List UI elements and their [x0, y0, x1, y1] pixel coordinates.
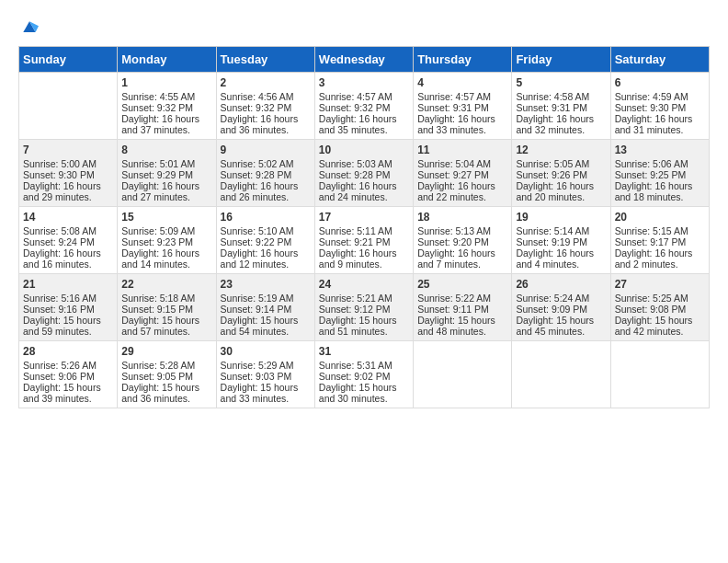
empty-cell: [512, 341, 610, 408]
day-info-line: Sunset: 9:16 PM: [23, 304, 113, 315]
day-info-line: Daylight: 15 hours: [516, 315, 606, 326]
day-number: 5: [516, 76, 606, 89]
day-number: 21: [23, 278, 113, 291]
day-number: 1: [121, 76, 211, 89]
day-info-line: Sunrise: 5:15 AM: [615, 225, 705, 236]
day-number: 2: [221, 76, 311, 89]
day-info-line: Sunset: 9:25 PM: [615, 169, 705, 180]
day-info-line: Sunset: 9:28 PM: [319, 169, 409, 180]
day-info-line: and 48 minutes.: [417, 326, 507, 337]
day-info-line: and 27 minutes.: [121, 191, 211, 202]
day-number: 30: [221, 345, 311, 358]
calendar-day-cell: 27Sunrise: 5:25 AMSunset: 9:08 PMDayligh…: [610, 274, 709, 341]
day-info-line: and 16 minutes.: [23, 259, 113, 270]
day-number: 10: [319, 144, 409, 156]
day-info-line: Sunrise: 4:57 AM: [417, 91, 507, 102]
day-info-line: Daylight: 16 hours: [221, 113, 311, 124]
day-info-line: Daylight: 16 hours: [221, 247, 311, 259]
day-info-line: Sunrise: 5:10 AM: [221, 225, 311, 236]
day-info-line: Sunrise: 5:09 AM: [121, 225, 211, 236]
day-info-line: Daylight: 16 hours: [615, 247, 705, 259]
day-info-line: Sunrise: 4:59 AM: [615, 91, 705, 102]
calendar-week-row: 7Sunrise: 5:00 AMSunset: 9:30 PMDaylight…: [19, 140, 710, 207]
calendar-day-cell: 16Sunrise: 5:10 AMSunset: 9:22 PMDayligh…: [216, 207, 314, 274]
day-info-line: Daylight: 15 hours: [319, 382, 409, 393]
logo-icon: [20, 18, 39, 37]
day-info-line: Sunset: 9:30 PM: [23, 169, 113, 180]
calendar-day-cell: 13Sunrise: 5:06 AMSunset: 9:25 PMDayligh…: [610, 140, 709, 207]
day-info-line: Sunset: 9:30 PM: [615, 102, 705, 113]
day-info-line: Daylight: 16 hours: [615, 113, 705, 124]
calendar-day-cell: 3Sunrise: 4:57 AMSunset: 9:32 PMDaylight…: [314, 73, 413, 140]
calendar-day-cell: 15Sunrise: 5:09 AMSunset: 9:23 PMDayligh…: [118, 207, 216, 274]
calendar-day-cell: 28Sunrise: 5:26 AMSunset: 9:06 PMDayligh…: [19, 341, 118, 408]
calendar-day-cell: 8Sunrise: 5:01 AMSunset: 9:29 PMDaylight…: [118, 140, 216, 207]
calendar-table: SundayMondayTuesdayWednesdayThursdayFrid…: [18, 46, 710, 408]
day-info-line: Sunrise: 4:56 AM: [221, 91, 311, 102]
calendar-day-cell: 23Sunrise: 5:19 AMSunset: 9:14 PMDayligh…: [216, 274, 314, 341]
day-info-line: Sunset: 9:17 PM: [615, 236, 705, 247]
calendar-day-cell: 24Sunrise: 5:21 AMSunset: 9:12 PMDayligh…: [314, 274, 413, 341]
day-info-line: Sunrise: 5:06 AM: [615, 158, 705, 169]
day-info-line: Sunrise: 5:14 AM: [516, 225, 606, 236]
day-info-line: Sunset: 9:31 PM: [417, 102, 507, 113]
day-info-line: Sunrise: 5:19 AM: [221, 293, 311, 304]
calendar-week-row: 21Sunrise: 5:16 AMSunset: 9:16 PMDayligh…: [19, 274, 710, 341]
calendar-day-cell: 21Sunrise: 5:16 AMSunset: 9:16 PMDayligh…: [19, 274, 118, 341]
day-info-line: and 33 minutes.: [417, 124, 507, 135]
day-number: 24: [319, 278, 409, 291]
day-info-line: and 59 minutes.: [23, 326, 113, 337]
day-info-line: Sunset: 9:31 PM: [516, 102, 606, 113]
day-info-line: Sunset: 9:29 PM: [121, 169, 211, 180]
day-info-line: Daylight: 16 hours: [23, 247, 113, 259]
day-number: 19: [516, 211, 606, 224]
day-number: 7: [23, 144, 113, 156]
day-info-line: Daylight: 16 hours: [516, 247, 606, 259]
day-info-line: Daylight: 16 hours: [221, 180, 311, 191]
day-info-line: Sunset: 9:32 PM: [319, 102, 409, 113]
day-info-line: and 36 minutes.: [221, 124, 311, 135]
day-info-line: Daylight: 15 hours: [23, 315, 113, 326]
day-info-line: and 32 minutes.: [516, 124, 606, 135]
calendar-day-cell: 1Sunrise: 4:55 AMSunset: 9:32 PMDaylight…: [118, 73, 216, 140]
day-number: 28: [23, 345, 113, 358]
calendar-body: 1Sunrise: 4:55 AMSunset: 9:32 PMDaylight…: [19, 73, 710, 408]
day-info-line: Sunrise: 5:05 AM: [516, 158, 606, 169]
day-number: 25: [417, 278, 507, 291]
day-info-line: Sunset: 9:24 PM: [23, 236, 113, 247]
day-info-line: and 12 minutes.: [221, 259, 311, 270]
calendar-day-cell: 12Sunrise: 5:05 AMSunset: 9:26 PMDayligh…: [512, 140, 610, 207]
day-number: 11: [417, 144, 507, 156]
calendar-day-cell: 30Sunrise: 5:29 AMSunset: 9:03 PMDayligh…: [216, 341, 314, 408]
day-info-line: Sunrise: 5:18 AM: [121, 293, 211, 304]
day-info-line: and 35 minutes.: [319, 124, 409, 135]
calendar-day-cell: 26Sunrise: 5:24 AMSunset: 9:09 PMDayligh…: [512, 274, 610, 341]
calendar-day-cell: 6Sunrise: 4:59 AMSunset: 9:30 PMDaylight…: [610, 73, 709, 140]
day-info-line: Sunrise: 5:00 AM: [23, 158, 113, 169]
day-number: 8: [121, 144, 211, 156]
calendar-weekday-tuesday: Tuesday: [216, 47, 314, 73]
calendar-day-cell: 29Sunrise: 5:28 AMSunset: 9:05 PMDayligh…: [118, 341, 216, 408]
day-info-line: Daylight: 16 hours: [121, 247, 211, 259]
calendar-day-cell: 19Sunrise: 5:14 AMSunset: 9:19 PMDayligh…: [512, 207, 610, 274]
calendar-day-cell: 22Sunrise: 5:18 AMSunset: 9:15 PMDayligh…: [118, 274, 216, 341]
day-info-line: Sunrise: 5:25 AM: [615, 293, 705, 304]
day-info-line: Sunrise: 5:02 AM: [221, 158, 311, 169]
day-info-line: Sunrise: 5:31 AM: [319, 360, 409, 371]
day-info-line: and 24 minutes.: [319, 191, 409, 202]
day-info-line: Sunrise: 5:22 AM: [417, 293, 507, 304]
day-info-line: Sunset: 9:32 PM: [221, 102, 311, 113]
day-info-line: Daylight: 16 hours: [516, 180, 606, 191]
day-info-line: Sunset: 9:27 PM: [417, 169, 507, 180]
day-number: 29: [121, 345, 211, 358]
day-info-line: and 2 minutes.: [615, 259, 705, 270]
day-info-line: and 54 minutes.: [221, 326, 311, 337]
day-info-line: Daylight: 15 hours: [23, 382, 113, 393]
day-info-line: Daylight: 15 hours: [121, 382, 211, 393]
day-info-line: Sunset: 9:06 PM: [23, 371, 113, 382]
day-info-line: Sunset: 9:02 PM: [319, 371, 409, 382]
logo: [18, 18, 39, 37]
day-info-line: Daylight: 16 hours: [121, 113, 211, 124]
day-info-line: and 33 minutes.: [221, 393, 311, 404]
day-number: 17: [319, 211, 409, 224]
